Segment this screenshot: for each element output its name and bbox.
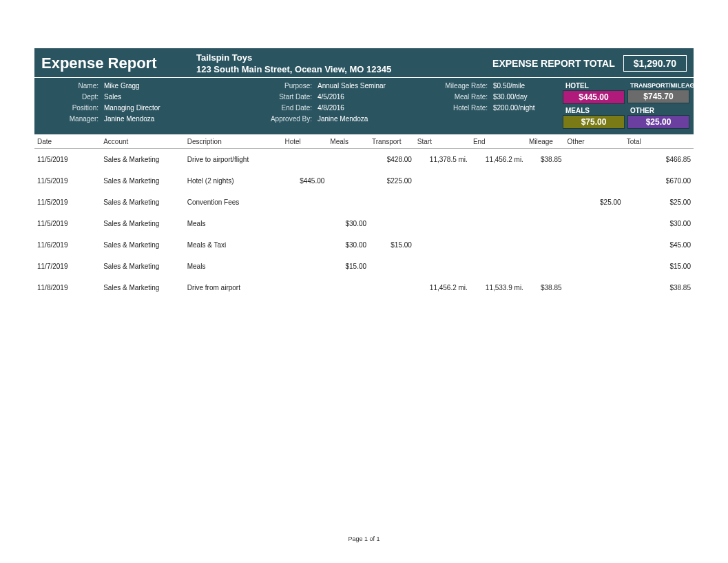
col-start: Start bbox=[415, 134, 470, 149]
cell-description: Meals bbox=[185, 256, 282, 277]
cell-mileage bbox=[526, 213, 565, 234]
label-approvedby: Approved By: bbox=[235, 115, 318, 123]
cell-end bbox=[470, 256, 526, 277]
col-description: Description bbox=[185, 134, 282, 149]
cell-date: 11/8/2019 bbox=[34, 277, 101, 298]
table-row: 11/5/2019Sales & MarketingDrive to airpo… bbox=[34, 149, 694, 171]
value-enddate: 4/8/2016 bbox=[318, 104, 344, 112]
col-meals: Meals bbox=[327, 134, 369, 149]
cell-start bbox=[415, 234, 470, 256]
cell-meals bbox=[327, 149, 369, 171]
cell-start bbox=[415, 192, 470, 213]
cell-total: $38.85 bbox=[624, 277, 694, 298]
col-account: Account bbox=[101, 134, 185, 149]
cell-date: 11/5/2019 bbox=[34, 192, 101, 213]
cell-start: 11,378.5 mi. bbox=[415, 149, 470, 171]
summary-other-value: $25.00 bbox=[627, 115, 689, 129]
cell-mileage: $38.85 bbox=[526, 277, 565, 298]
cell-other bbox=[565, 170, 624, 192]
cell-transport: $225.00 bbox=[369, 170, 415, 192]
cell-transport: $15.00 bbox=[369, 234, 415, 256]
cell-meals: $30.00 bbox=[327, 213, 369, 234]
cell-total: $30.00 bbox=[624, 213, 694, 234]
total-label: EXPENSE REPORT TOTAL bbox=[492, 58, 615, 69]
cell-transport bbox=[369, 256, 415, 277]
label-enddate: End Date: bbox=[235, 104, 318, 112]
summary-transport-label: TRANSPORT/MILEAGE bbox=[627, 82, 689, 90]
total-value: $1,290.70 bbox=[623, 55, 687, 72]
cell-date: 11/5/2019 bbox=[34, 149, 101, 171]
cell-transport: $428.00 bbox=[369, 149, 415, 171]
cell-hotel bbox=[282, 213, 327, 234]
table-row: 11/6/2019Sales & MarketingMeals & Taxi$3… bbox=[34, 234, 694, 256]
cell-meals bbox=[327, 170, 369, 192]
cell-other bbox=[565, 234, 624, 256]
cell-date: 11/6/2019 bbox=[34, 234, 101, 256]
summary-hotel-label: HOTEL bbox=[563, 82, 625, 90]
label-mealrate: Meal Rate: bbox=[417, 93, 493, 101]
cell-meals bbox=[327, 192, 369, 213]
value-position: Managing Director bbox=[104, 104, 160, 112]
cell-hotel: $445.00 bbox=[282, 170, 327, 192]
cell-account: Sales & Marketing bbox=[101, 277, 185, 298]
cell-end bbox=[470, 170, 526, 192]
expense-table: Date Account Description Hotel Meals Tra… bbox=[34, 134, 694, 298]
value-hotelrate: $200.00/night bbox=[493, 104, 535, 112]
cell-description: Hotel (2 nights) bbox=[185, 170, 282, 192]
company-address: 123 South Main Street, Ocean View, MO 12… bbox=[196, 64, 391, 74]
label-position: Position: bbox=[39, 104, 104, 112]
cell-account: Sales & Marketing bbox=[101, 234, 185, 256]
report-header: Expense Report Tailspin Toys 123 South M… bbox=[34, 48, 694, 134]
cell-meals bbox=[327, 277, 369, 298]
value-mealrate: $30.00/day bbox=[493, 93, 528, 101]
value-manager: Janine Mendoza bbox=[104, 115, 154, 123]
cell-mileage: $38.85 bbox=[526, 149, 565, 171]
cell-hotel bbox=[282, 234, 327, 256]
cell-other bbox=[565, 213, 624, 234]
info-col-employee: Name:Mike Gragg Dept:Sales Position:Mana… bbox=[39, 82, 235, 129]
info-col-trip: Purpose:Annual Sales Seminar Start Date:… bbox=[235, 82, 417, 129]
cell-description: Drive to airport/flight bbox=[185, 149, 282, 171]
value-purpose: Annual Sales Seminar bbox=[318, 82, 386, 90]
col-other: Other bbox=[565, 134, 624, 149]
cell-date: 11/5/2019 bbox=[34, 213, 101, 234]
cell-account: Sales & Marketing bbox=[101, 213, 185, 234]
cell-end bbox=[470, 213, 526, 234]
table-row: 11/8/2019Sales & MarketingDrive from air… bbox=[34, 277, 694, 298]
cell-start bbox=[415, 256, 470, 277]
cell-start bbox=[415, 170, 470, 192]
cell-end: 11,456.2 mi. bbox=[470, 149, 526, 171]
cell-account: Sales & Marketing bbox=[101, 170, 185, 192]
cell-mileage bbox=[526, 234, 565, 256]
cell-description: Meals bbox=[185, 213, 282, 234]
summary-other-label: OTHER bbox=[627, 107, 689, 115]
cell-transport bbox=[369, 277, 415, 298]
cell-total: $25.00 bbox=[624, 192, 694, 213]
label-purpose: Purpose: bbox=[235, 82, 318, 90]
table-header-row: Date Account Description Hotel Meals Tra… bbox=[34, 134, 694, 149]
value-mileagerate: $0.50/mile bbox=[493, 82, 525, 90]
label-name: Name: bbox=[39, 82, 104, 90]
cell-transport bbox=[369, 213, 415, 234]
cell-other bbox=[565, 256, 624, 277]
info-col-rates: Mileage Rate:$0.50/mile Meal Rate:$30.00… bbox=[417, 82, 554, 129]
cell-transport bbox=[369, 192, 415, 213]
cell-date: 11/5/2019 bbox=[34, 170, 101, 192]
cell-hotel bbox=[282, 256, 327, 277]
cell-hotel bbox=[282, 149, 327, 171]
cell-description: Drive from airport bbox=[185, 277, 282, 298]
cell-mileage bbox=[526, 170, 565, 192]
summary-transport-value: $745.70 bbox=[627, 90, 689, 103]
summary-hotel-value: $445.00 bbox=[563, 90, 625, 104]
col-date: Date bbox=[34, 134, 101, 149]
col-total: Total bbox=[624, 134, 694, 149]
cell-end: 11,533.9 mi. bbox=[470, 277, 526, 298]
cell-other bbox=[565, 277, 624, 298]
col-hotel: Hotel bbox=[282, 134, 327, 149]
col-end: End bbox=[470, 134, 526, 149]
cell-description: Meals & Taxi bbox=[185, 234, 282, 256]
table-row: 11/5/2019Sales & MarketingConvention Fee… bbox=[34, 192, 694, 213]
label-manager: Manager: bbox=[39, 115, 104, 123]
company-block: Tailspin Toys 123 South Main Street, Oce… bbox=[196, 52, 391, 74]
cell-account: Sales & Marketing bbox=[101, 149, 185, 171]
